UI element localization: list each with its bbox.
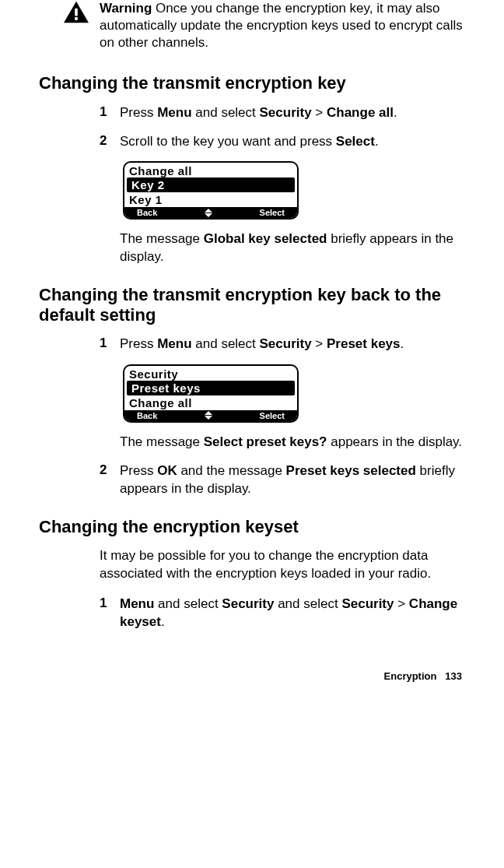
heading-change-keyset: Changing the encryption keyset (39, 517, 465, 536)
lcd-nav-arrows-icon (205, 209, 212, 217)
heading-change-back-default: Changing the transmit encryption key bac… (39, 285, 465, 325)
step-number: 2 (100, 133, 110, 149)
step-body: The message Select preset keys? appears … (120, 434, 462, 452)
lcd-softkey-bar: Back Select (124, 207, 297, 218)
step-body: The message Global key selected briefly … (120, 230, 465, 266)
step-body: Menu and select Security and select Secu… (120, 596, 465, 631)
step-number: 1 (100, 104, 110, 120)
step-body: Press Menu and select Security > Preset … (120, 336, 404, 353)
warning-label: Warning (100, 1, 152, 16)
step-body: Scroll to the key you want and press Sel… (120, 133, 379, 151)
svg-rect-0 (75, 9, 78, 16)
step-number: 1 (100, 336, 110, 351)
warning-text: Warning Once you change the encryption k… (100, 0, 465, 51)
footer-section: Encryption (384, 670, 437, 682)
step-1-1: 1 Press Menu and select Security > Chang… (100, 104, 465, 122)
lcd-nav-arrows-icon (205, 411, 212, 420)
lcd-row: Change all (124, 395, 297, 410)
step-1-result: The message Global key selected briefly … (100, 230, 465, 266)
lcd-row: Key 1 (124, 192, 297, 207)
step-2-result: The message Select preset keys? appears … (100, 434, 465, 452)
warning-body: Once you change the encryption key, it m… (100, 1, 463, 50)
page-footer: Encryption 133 (39, 670, 465, 682)
lcd-softkey-bar: Back Select (124, 410, 297, 421)
step-2-1: 1 Press Menu and select Security > Prese… (100, 336, 465, 353)
lcd-softkey-left: Back (137, 208, 157, 217)
step-2-2: 2 Press OK and the message Preset keys s… (100, 462, 465, 498)
lcd-title: Change all (124, 163, 297, 177)
heading-change-transmit-key: Changing the transmit encryption key (39, 73, 465, 93)
lcd-screen-change-all: Change all Key 2 Key 1 Back Select (123, 161, 299, 220)
lcd-softkey-right: Select (260, 411, 285, 420)
lcd-row-selected: Preset keys (127, 381, 295, 395)
warning-block: Warning Once you change the encryption k… (39, 0, 465, 51)
footer-page: 133 (445, 670, 462, 682)
step-body: Press OK and the message Preset keys sel… (120, 462, 465, 498)
lcd-softkey-right: Select (260, 208, 285, 217)
step-body: Press Menu and select Security > Change … (120, 104, 397, 122)
lcd-title: Security (124, 366, 297, 381)
svg-point-1 (75, 17, 78, 20)
step-1-2: 2 Scroll to the key you want and press S… (100, 133, 465, 151)
lcd-row-selected: Key 2 (127, 177, 295, 192)
lcd-softkey-left: Back (137, 411, 157, 420)
warning-icon (62, 0, 90, 25)
intro-text: It may be possible for you to change the… (100, 547, 465, 583)
step-3-1: 1 Menu and select Security and select Se… (100, 596, 465, 631)
lcd-screen-security: Security Preset keys Change all Back Sel… (123, 364, 299, 423)
step-number: 2 (100, 462, 110, 478)
step-number: 1 (100, 596, 110, 611)
